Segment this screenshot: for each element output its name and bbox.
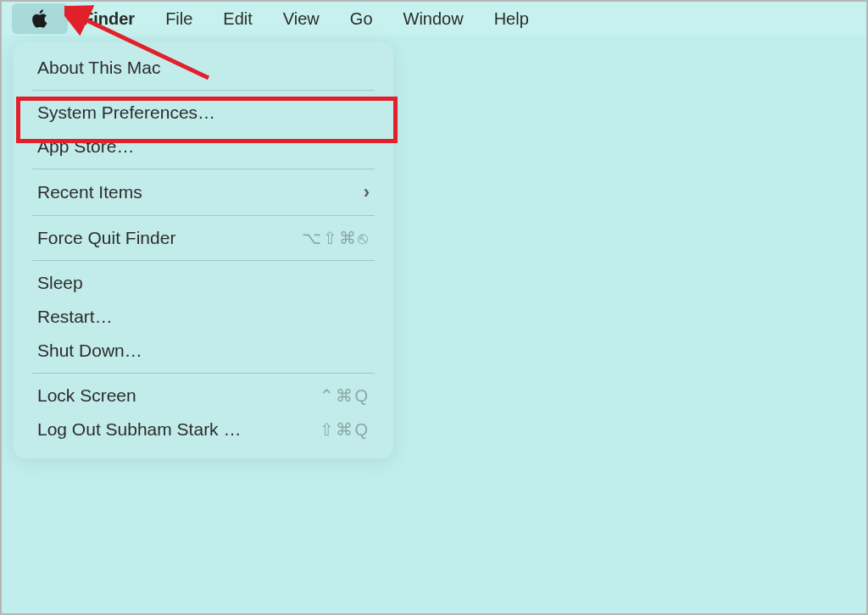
menu-divider [32,260,375,261]
menu-divider [32,373,375,374]
menu-divider [32,90,375,91]
apple-icon [31,8,49,29]
menubar: Finder File Edit View Go Window Help [2,2,866,36]
menu-item-system-preferences[interactable]: System Preferences… [14,96,393,130]
menu-item-label: Force Quit Finder [37,228,175,248]
menu-item-sleep[interactable]: Sleep [14,266,393,300]
keyboard-shortcut: ⇧⌘Q [320,419,370,440]
apple-menu-button[interactable] [12,3,68,34]
chevron-right-icon: › [364,181,370,203]
menu-item-logout[interactable]: Log Out Subham Stark … ⇧⌘Q [14,413,393,446]
menubar-item-finder[interactable]: Finder [68,2,150,36]
menu-item-restart[interactable]: Restart… [14,300,393,334]
menu-divider [32,215,375,216]
menu-item-label: System Preferences… [37,102,215,123]
menu-item-label: About This Mac [37,58,161,78]
menu-item-label: Sleep [37,273,83,293]
menu-item-label: App Store… [37,136,134,157]
menu-item-label: Recent Items [37,182,142,202]
menubar-item-go[interactable]: Go [335,2,388,36]
menubar-item-edit[interactable]: Edit [208,2,267,36]
menu-item-label: Lock Screen [37,385,136,406]
menubar-item-view[interactable]: View [268,2,335,36]
menubar-item-window[interactable]: Window [388,2,479,36]
menubar-item-help[interactable]: Help [479,2,544,36]
menu-item-label: Restart… [37,307,113,327]
menubar-item-file[interactable]: File [150,2,208,36]
menu-item-label: Log Out Subham Stark … [37,419,241,440]
menu-divider [32,169,375,169]
menu-item-recent-items[interactable]: Recent Items › [14,175,393,210]
menu-item-shutdown[interactable]: Shut Down… [14,334,393,368]
menu-item-about-this-mac[interactable]: About This Mac [14,51,393,85]
apple-dropdown-menu: About This Mac System Preferences… App S… [14,42,393,458]
menu-item-app-store[interactable]: App Store… [14,130,393,163]
menu-item-lock-screen[interactable]: Lock Screen ⌃⌘Q [14,379,393,413]
keyboard-shortcut: ⌃⌘Q [320,385,370,406]
keyboard-shortcut: ⌥⇧⌘⎋ [302,228,370,248]
menu-item-label: Shut Down… [37,341,142,361]
menu-item-force-quit[interactable]: Force Quit Finder ⌥⇧⌘⎋ [14,221,393,255]
